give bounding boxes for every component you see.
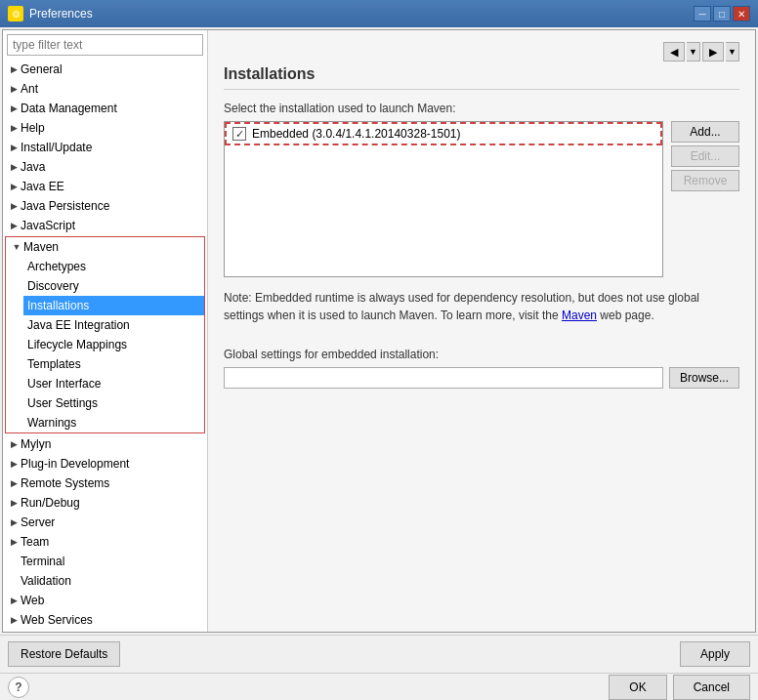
sidebar-item-label: Java bbox=[21, 160, 203, 174]
sidebar-item-team[interactable]: Team bbox=[3, 532, 207, 552]
back-dropdown[interactable]: ▼ bbox=[687, 42, 700, 62]
help-area: ? bbox=[8, 677, 29, 698]
sidebar-item-label: User Settings bbox=[27, 396, 200, 410]
global-settings-input[interactable] bbox=[224, 367, 663, 389]
sidebar-item-java-ee[interactable]: Java EE bbox=[3, 177, 207, 196]
table-row[interactable]: Embedded (3.0.4/1.4.1.20140328-1501) bbox=[225, 122, 662, 145]
sidebar-item-server[interactable]: Server bbox=[3, 513, 207, 532]
sidebar-item-label: Ant bbox=[21, 82, 203, 96]
sidebar-item-label: Java EE Integration bbox=[27, 318, 200, 332]
sidebar-item-archetypes[interactable]: Archetypes bbox=[23, 257, 204, 276]
browse-button[interactable]: Browse... bbox=[669, 367, 739, 389]
row-buttons: Add... Edit... Remove bbox=[671, 121, 739, 277]
sidebar-item-terminal[interactable]: Terminal bbox=[3, 552, 207, 571]
sidebar-item-installations[interactable]: Installations bbox=[23, 296, 204, 315]
expand-arrow bbox=[7, 476, 21, 490]
note-text: Note: Embedded runtime is always used fo… bbox=[224, 289, 739, 324]
sidebar-item-web-services[interactable]: Web Services bbox=[3, 610, 207, 630]
back-button[interactable]: ◀ bbox=[663, 42, 685, 62]
edit-button[interactable]: Edit... bbox=[671, 145, 739, 167]
sidebar-item-maven[interactable]: Maven bbox=[6, 237, 204, 257]
sidebar-item-java-ee-integration[interactable]: Java EE Integration bbox=[23, 315, 204, 335]
maven-link[interactable]: Maven bbox=[562, 309, 597, 322]
sidebar-item-java-persistence[interactable]: Java Persistence bbox=[3, 196, 207, 216]
sidebar-item-run-debug[interactable]: Run/Debug bbox=[3, 493, 207, 513]
maven-group: Maven Archetypes Discovery Installations bbox=[5, 236, 205, 433]
sidebar-item-general[interactable]: General bbox=[3, 60, 207, 79]
remove-button[interactable]: Remove bbox=[671, 170, 739, 191]
installations-table: Embedded (3.0.4/1.4.1.20140328-1501) bbox=[224, 121, 663, 277]
sidebar-item-warnings[interactable]: Warnings bbox=[23, 413, 204, 432]
forward-dropdown[interactable]: ▼ bbox=[726, 42, 739, 62]
sidebar-item-web[interactable]: Web bbox=[3, 591, 207, 610]
sidebar-item-java[interactable]: Java bbox=[3, 157, 207, 177]
sidebar-item-label: Templates bbox=[27, 357, 200, 371]
panel-title: Installations bbox=[224, 65, 739, 90]
note-text-after: web page. bbox=[597, 309, 654, 322]
sidebar-item-label: Remote Systems bbox=[21, 476, 203, 490]
cancel-button[interactable]: Cancel bbox=[673, 675, 750, 700]
expand-arrow bbox=[7, 437, 21, 451]
expand-arrow bbox=[10, 240, 23, 254]
restore-defaults-button[interactable]: Restore Defaults bbox=[8, 641, 120, 667]
sidebar-item-label: Web bbox=[21, 594, 203, 607]
sidebar-item-user-interface[interactable]: User Interface bbox=[23, 374, 204, 393]
ok-cancel-row: OK Cancel bbox=[609, 675, 750, 700]
global-settings-row: Browse... bbox=[224, 367, 739, 389]
sidebar-item-javascript[interactable]: JavaScript bbox=[3, 216, 207, 235]
installations-area: Embedded (3.0.4/1.4.1.20140328-1501) Add… bbox=[224, 121, 739, 277]
right-panel: ◀ ▼ ▶ ▼ Installations Select the install… bbox=[208, 30, 755, 632]
expand-arrow bbox=[7, 613, 21, 627]
expand-arrow bbox=[7, 496, 21, 510]
help-button[interactable]: ? bbox=[8, 677, 29, 698]
sidebar-item-plugin-development[interactable]: Plug-in Development bbox=[3, 454, 207, 474]
sidebar-item-label: JavaScript bbox=[21, 219, 203, 232]
expand-arrow bbox=[7, 515, 21, 529]
sidebar-item-label: Terminal bbox=[21, 555, 203, 568]
expand-arrow bbox=[7, 141, 21, 154]
expand-arrow bbox=[7, 199, 21, 213]
sidebar-item-lifecycle-mappings[interactable]: Lifecycle Mappings bbox=[23, 335, 204, 354]
expand-arrow bbox=[7, 219, 21, 232]
sidebar-item-mylyn[interactable]: Mylyn bbox=[3, 434, 207, 454]
expand-arrow bbox=[7, 160, 21, 174]
sidebar-item-xml[interactable]: XML bbox=[3, 630, 207, 632]
sidebar-item-help[interactable]: Help bbox=[3, 118, 207, 138]
expand-arrow bbox=[7, 62, 21, 76]
expand-arrow bbox=[7, 102, 21, 115]
sidebar-item-label: Java Persistence bbox=[21, 199, 203, 213]
row-label: Embedded (3.0.4/1.4.1.20140328-1501) bbox=[252, 127, 461, 141]
sidebar-item-data-management[interactable]: Data Management bbox=[3, 99, 207, 118]
sidebar-item-label: Mylyn bbox=[21, 437, 203, 451]
sidebar-item-label: Archetypes bbox=[27, 260, 200, 273]
global-settings-section: Global settings for embedded installatio… bbox=[224, 348, 739, 389]
add-button[interactable]: Add... bbox=[671, 121, 739, 143]
sidebar-item-label: Java EE bbox=[21, 180, 203, 193]
row-checkbox[interactable] bbox=[232, 127, 246, 141]
maven-children: Archetypes Discovery Installations Java … bbox=[6, 257, 204, 432]
sidebar-item-ant[interactable]: Ant bbox=[3, 79, 207, 99]
window-controls[interactable]: ─ □ ✕ bbox=[694, 6, 750, 21]
sidebar-item-label: Install/Update bbox=[21, 141, 203, 154]
maximize-button[interactable]: □ bbox=[713, 6, 731, 21]
sidebar-item-user-settings[interactable]: User Settings bbox=[23, 393, 204, 413]
sidebar-item-discovery[interactable]: Discovery bbox=[23, 276, 204, 296]
bottom-left: Restore Defaults bbox=[8, 641, 120, 667]
ok-button[interactable]: OK bbox=[609, 675, 666, 700]
sidebar-item-remote-systems[interactable]: Remote Systems bbox=[3, 474, 207, 493]
filter-input[interactable] bbox=[7, 34, 203, 56]
sidebar-item-label: General bbox=[21, 62, 203, 76]
apply-button[interactable]: Apply bbox=[680, 641, 750, 667]
forward-button[interactable]: ▶ bbox=[702, 42, 724, 62]
sidebar-item-label: Help bbox=[21, 121, 203, 135]
preferences-dialog: General Ant Data Management Help bbox=[0, 27, 758, 700]
sidebar-item-install-update[interactable]: Install/Update bbox=[3, 138, 207, 157]
expand-arrow bbox=[7, 457, 21, 471]
toolbar-row: ◀ ▼ ▶ ▼ bbox=[224, 42, 739, 62]
close-button[interactable]: ✕ bbox=[733, 6, 750, 21]
expand-arrow bbox=[7, 180, 21, 193]
sidebar-item-validation[interactable]: Validation bbox=[3, 571, 207, 591]
minimize-button[interactable]: ─ bbox=[694, 6, 711, 21]
sidebar-item-templates[interactable]: Templates bbox=[23, 354, 204, 374]
window-title: Preferences bbox=[29, 7, 93, 21]
